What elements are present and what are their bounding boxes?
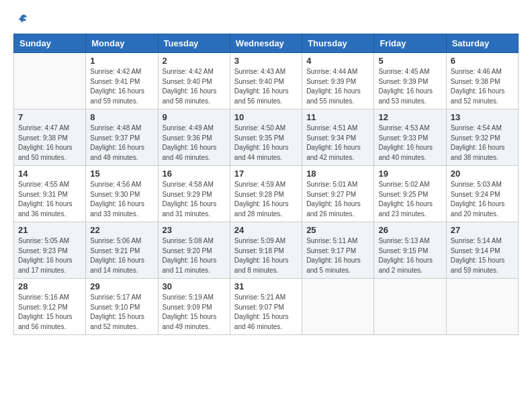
logo [13,13,28,27]
day-number-11: 11 [306,112,369,122]
day-number-19: 19 [378,169,441,179]
day-cell-31: 31Sunrise: 5:21 AMSunset: 9:07 PMDayligh… [230,279,302,335]
day-number-8: 8 [90,112,153,122]
day-info-6: Sunrise: 4:46 AMSunset: 9:38 PMDaylight:… [451,67,514,106]
day-number-9: 9 [163,112,226,122]
empty-cell [446,279,518,335]
day-info-13: Sunrise: 4:54 AMSunset: 9:32 PMDaylight:… [451,124,514,163]
week-row-3: 14Sunrise: 4:55 AMSunset: 9:31 PMDayligh… [14,166,519,222]
day-cell-25: 25Sunrise: 5:11 AMSunset: 9:17 PMDayligh… [302,222,374,279]
day-number-31: 31 [234,281,298,291]
day-info-2: Sunrise: 4:42 AMSunset: 9:40 PMDaylight:… [163,67,226,106]
day-cell-4: 4Sunrise: 4:44 AMSunset: 9:39 PMDaylight… [302,53,374,109]
weekday-header-tuesday: Tuesday [158,34,230,53]
day-info-8: Sunrise: 4:48 AMSunset: 9:37 PMDaylight:… [90,124,153,163]
calendar-body: 1Sunrise: 4:42 AMSunset: 9:41 PMDaylight… [14,53,519,335]
week-row-2: 7Sunrise: 4:47 AMSunset: 9:38 PMDaylight… [14,109,519,166]
day-info-30: Sunrise: 5:19 AMSunset: 9:09 PMDaylight:… [163,293,226,332]
day-info-22: Sunrise: 5:06 AMSunset: 9:21 PMDaylight:… [90,236,153,275]
day-info-3: Sunrise: 4:43 AMSunset: 9:40 PMDaylight:… [234,67,298,106]
day-cell-20: 20Sunrise: 5:03 AMSunset: 9:24 PMDayligh… [446,166,518,222]
day-cell-5: 5Sunrise: 4:45 AMSunset: 9:39 PMDaylight… [374,53,446,109]
day-cell-28: 28Sunrise: 5:16 AMSunset: 9:12 PMDayligh… [14,279,86,335]
weekday-header-monday: Monday [86,34,158,53]
day-number-26: 26 [378,225,441,235]
day-cell-29: 29Sunrise: 5:17 AMSunset: 9:10 PMDayligh… [86,279,158,335]
day-info-24: Sunrise: 5:09 AMSunset: 9:18 PMDaylight:… [234,236,298,275]
day-cell-15: 15Sunrise: 4:56 AMSunset: 9:30 PMDayligh… [86,166,158,222]
day-info-19: Sunrise: 5:02 AMSunset: 9:25 PMDaylight:… [378,180,441,219]
day-info-12: Sunrise: 4:53 AMSunset: 9:33 PMDaylight:… [378,124,441,163]
day-cell-10: 10Sunrise: 4:50 AMSunset: 9:35 PMDayligh… [230,109,302,166]
week-row-1: 1Sunrise: 4:42 AMSunset: 9:41 PMDaylight… [14,53,519,109]
day-number-6: 6 [451,56,514,66]
empty-cell [14,53,86,109]
day-number-29: 29 [90,281,153,291]
day-cell-13: 13Sunrise: 4:54 AMSunset: 9:32 PMDayligh… [446,109,518,166]
day-number-12: 12 [378,112,441,122]
logo-bird-icon [15,13,28,27]
day-info-18: Sunrise: 5:01 AMSunset: 9:27 PMDaylight:… [306,180,369,219]
day-cell-11: 11Sunrise: 4:51 AMSunset: 9:34 PMDayligh… [302,109,374,166]
day-number-5: 5 [378,56,441,66]
day-number-2: 2 [163,56,226,66]
week-row-5: 28Sunrise: 5:16 AMSunset: 9:12 PMDayligh… [14,279,519,335]
day-info-29: Sunrise: 5:17 AMSunset: 9:10 PMDaylight:… [90,293,153,332]
day-cell-2: 2Sunrise: 4:42 AMSunset: 9:40 PMDaylight… [158,53,230,109]
day-info-7: Sunrise: 4:47 AMSunset: 9:38 PMDaylight:… [18,124,81,163]
weekday-header-sunday: Sunday [14,34,86,53]
day-number-18: 18 [306,169,369,179]
weekday-header-saturday: Saturday [446,34,518,53]
day-number-28: 28 [18,281,81,291]
day-number-30: 30 [163,281,226,291]
day-cell-7: 7Sunrise: 4:47 AMSunset: 9:38 PMDaylight… [14,109,86,166]
day-number-1: 1 [90,56,153,66]
day-number-21: 21 [18,225,81,235]
day-cell-3: 3Sunrise: 4:43 AMSunset: 9:40 PMDaylight… [230,53,302,109]
day-number-14: 14 [18,169,81,179]
calendar-header: SundayMondayTuesdayWednesdayThursdayFrid… [14,34,519,53]
day-cell-21: 21Sunrise: 5:05 AMSunset: 9:23 PMDayligh… [14,222,86,279]
day-info-28: Sunrise: 5:16 AMSunset: 9:12 PMDaylight:… [18,293,81,332]
day-cell-17: 17Sunrise: 4:59 AMSunset: 9:28 PMDayligh… [230,166,302,222]
day-info-23: Sunrise: 5:08 AMSunset: 9:20 PMDaylight:… [163,236,226,275]
day-cell-23: 23Sunrise: 5:08 AMSunset: 9:20 PMDayligh… [158,222,230,279]
day-info-10: Sunrise: 4:50 AMSunset: 9:35 PMDaylight:… [234,124,298,163]
day-info-26: Sunrise: 5:13 AMSunset: 9:15 PMDaylight:… [378,236,441,275]
day-cell-8: 8Sunrise: 4:48 AMSunset: 9:37 PMDaylight… [86,109,158,166]
empty-cell [302,279,374,335]
day-info-4: Sunrise: 4:44 AMSunset: 9:39 PMDaylight:… [306,67,369,106]
day-number-23: 23 [163,225,226,235]
day-info-5: Sunrise: 4:45 AMSunset: 9:39 PMDaylight:… [378,67,441,106]
day-number-27: 27 [451,225,514,235]
day-info-20: Sunrise: 5:03 AMSunset: 9:24 PMDaylight:… [451,180,514,219]
calendar-table: SundayMondayTuesdayWednesdayThursdayFrid… [13,34,519,335]
day-number-13: 13 [451,112,514,122]
week-row-4: 21Sunrise: 5:05 AMSunset: 9:23 PMDayligh… [14,222,519,279]
day-number-24: 24 [234,225,298,235]
day-number-3: 3 [234,56,298,66]
day-info-11: Sunrise: 4:51 AMSunset: 9:34 PMDaylight:… [306,124,369,163]
day-cell-27: 27Sunrise: 5:14 AMSunset: 9:14 PMDayligh… [446,222,518,279]
day-number-7: 7 [18,112,81,122]
day-cell-9: 9Sunrise: 4:49 AMSunset: 9:36 PMDaylight… [158,109,230,166]
day-cell-12: 12Sunrise: 4:53 AMSunset: 9:33 PMDayligh… [374,109,446,166]
day-info-15: Sunrise: 4:56 AMSunset: 9:30 PMDaylight:… [90,180,153,219]
weekday-header-wednesday: Wednesday [230,34,302,53]
day-cell-16: 16Sunrise: 4:58 AMSunset: 9:29 PMDayligh… [158,166,230,222]
day-number-20: 20 [451,169,514,179]
weekday-row: SundayMondayTuesdayWednesdayThursdayFrid… [14,34,519,53]
day-cell-14: 14Sunrise: 4:55 AMSunset: 9:31 PMDayligh… [14,166,86,222]
day-info-27: Sunrise: 5:14 AMSunset: 9:14 PMDaylight:… [451,236,514,275]
day-number-16: 16 [163,169,226,179]
day-info-31: Sunrise: 5:21 AMSunset: 9:07 PMDaylight:… [234,293,298,332]
day-info-21: Sunrise: 5:05 AMSunset: 9:23 PMDaylight:… [18,236,81,275]
empty-cell [374,279,446,335]
day-number-22: 22 [90,225,153,235]
weekday-header-thursday: Thursday [302,34,374,53]
day-info-1: Sunrise: 4:42 AMSunset: 9:41 PMDaylight:… [90,67,153,106]
day-cell-1: 1Sunrise: 4:42 AMSunset: 9:41 PMDaylight… [86,53,158,109]
day-cell-30: 30Sunrise: 5:19 AMSunset: 9:09 PMDayligh… [158,279,230,335]
day-number-15: 15 [90,169,153,179]
day-number-25: 25 [306,225,369,235]
